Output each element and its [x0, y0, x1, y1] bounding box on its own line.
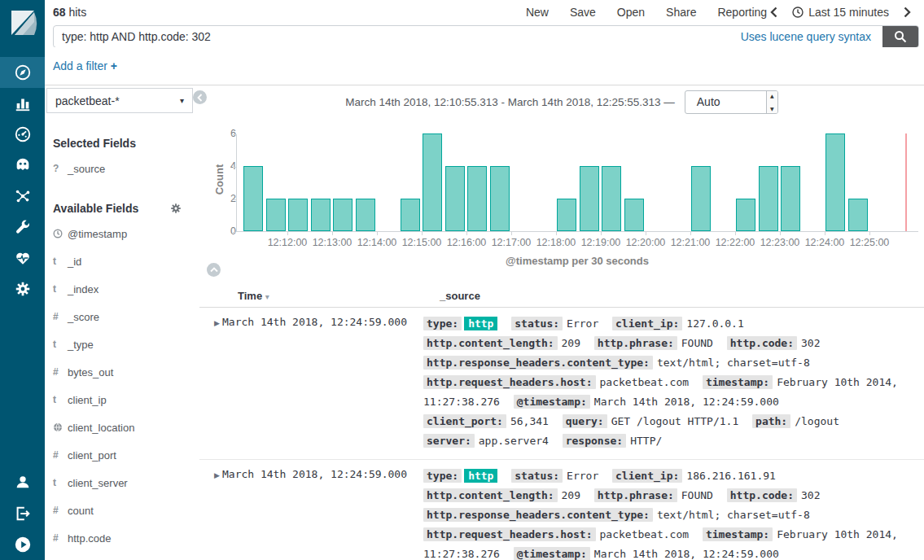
sidebar-item-discover[interactable] [0, 57, 45, 88]
field-value: FOUND [681, 489, 713, 501]
sidebar-item-dev-tools[interactable] [0, 212, 45, 243]
nav-share-button[interactable]: Share [666, 6, 696, 19]
sidebar-item-graph[interactable] [0, 181, 45, 212]
histogram-bar[interactable] [243, 166, 263, 231]
app-nav-rail [0, 0, 45, 560]
histogram-bar[interactable] [580, 166, 599, 231]
field-item-_source[interactable]: ?_source [45, 155, 199, 182]
sidebar-item-visualize[interactable] [0, 88, 45, 119]
field-item-client_port[interactable]: #client_port [45, 441, 199, 469]
histogram-bar[interactable] [602, 166, 621, 231]
field-name: _id [68, 256, 81, 268]
field-sidebar: packetbeat-* ▾ Selected Fields ?_source … [45, 85, 199, 560]
field-key-badge: @timestamp: [514, 395, 590, 409]
sidebar-item-logout[interactable] [0, 498, 45, 529]
kibana-logo[interactable] [0, 0, 45, 47]
x-axis-tick [735, 232, 736, 235]
field-key-badge: type: [423, 469, 462, 483]
histogram-bar[interactable] [557, 199, 576, 231]
interval-select[interactable]: Auto ▲▼ [685, 90, 778, 114]
nav-save-button[interactable]: Save [570, 6, 596, 19]
field-item-http.code[interactable]: #http.code [45, 524, 199, 552]
monitoring-icon [14, 249, 32, 267]
histogram-bar[interactable] [825, 133, 845, 231]
collapse-sidebar-button[interactable] [193, 90, 207, 104]
field-item-_id[interactable]: t_id [45, 247, 199, 275]
nav-reporting-button[interactable]: Reporting [717, 6, 767, 19]
sidebar-item-management[interactable] [0, 273, 45, 304]
chevron-right-icon [904, 7, 911, 18]
expand-row-icon[interactable]: ▶ [214, 468, 220, 479]
field-item-client_ip[interactable]: tclient_ip [45, 386, 199, 413]
lucene-syntax-link[interactable]: Uses lucene query syntax [741, 30, 871, 43]
expand-row-icon[interactable]: ▶ [214, 316, 220, 327]
time-range-label: March 14th 2018, 12:10:55.313 - March 14… [345, 96, 675, 108]
histogram-bar[interactable] [288, 199, 308, 231]
search-input[interactable] [54, 26, 741, 47]
field-item-_index[interactable]: t_index [45, 275, 199, 303]
search-button[interactable] [882, 26, 918, 47]
dev-tools-icon [14, 218, 32, 236]
histogram-bar[interactable] [401, 199, 420, 231]
sidebar-item-monitoring[interactable] [0, 243, 45, 273]
time-range-forward-button[interactable] [900, 7, 914, 18]
field-item-_type[interactable]: t_type [45, 330, 199, 358]
field-value: text/html; charset=utf-8 [657, 509, 810, 521]
field-key-badge: client_ip: [612, 317, 682, 330]
collapse-nav-toggle[interactable] [0, 529, 45, 560]
add-filter-button[interactable]: Add a filter + [53, 59, 117, 72]
histogram-bar[interactable] [266, 199, 286, 231]
field-key-badge: http.phrase: [594, 488, 677, 502]
sidebar-item-machine-learning[interactable] [0, 150, 45, 181]
field-settings-button[interactable] [170, 203, 182, 214]
visualize-icon [14, 94, 32, 112]
collapse-chart-button[interactable] [207, 263, 221, 277]
discover-icon [14, 63, 32, 81]
timepicker-button[interactable]: Last 15 minutes [792, 6, 889, 19]
available-fields-heading: Available Fields [45, 202, 199, 215]
histogram-bar[interactable] [736, 199, 755, 231]
field-item-@timestamp[interactable]: @timestamp [45, 220, 199, 247]
time-range-back-button[interactable] [767, 7, 781, 18]
string-field-type-icon: t [53, 256, 68, 267]
field-key-badge: http.response_headers.content_type: [423, 508, 653, 522]
unknown-field-type-icon: ? [53, 163, 68, 174]
number-field-type-icon: # [53, 505, 68, 516]
field-value: app.server4 [479, 435, 549, 447]
column-header-time[interactable]: Time ▾ [238, 290, 269, 302]
field-item-client_location[interactable]: client_location [45, 413, 199, 441]
filter-bar: Add a filter + [45, 47, 924, 85]
histogram-bar[interactable] [423, 133, 442, 231]
x-axis-caption: @timestamp per 30 seconds [236, 255, 918, 267]
histogram-bar[interactable] [467, 166, 487, 231]
nav-new-button[interactable]: New [526, 6, 549, 19]
field-key-badge: path: [752, 414, 790, 428]
histogram-bar[interactable] [848, 199, 868, 231]
field-item-client_server[interactable]: tclient_server [45, 469, 199, 497]
sidebar-item-account[interactable] [0, 467, 45, 498]
sidebar-item-dashboard[interactable] [0, 119, 45, 150]
field-item-_score[interactable]: #_score [45, 303, 199, 330]
histogram-bar[interactable] [781, 166, 800, 231]
chevron-left-icon [770, 7, 777, 18]
number-field-type-icon: # [53, 532, 68, 544]
histogram-bar[interactable] [311, 199, 331, 231]
field-item-bytes_out[interactable]: #bytes_out [45, 358, 199, 386]
y-axis-tick-label: 6 [212, 128, 236, 139]
histogram-bar[interactable] [445, 166, 465, 231]
histogram-bar[interactable] [691, 166, 711, 231]
histogram-bar[interactable] [356, 199, 375, 231]
timepicker-label: Last 15 minutes [808, 6, 889, 19]
histogram-bar[interactable] [333, 199, 353, 231]
x-axis-tick [825, 232, 825, 235]
dashboard-icon [14, 125, 32, 143]
histogram-bar[interactable] [759, 166, 778, 231]
histogram-bar[interactable] [490, 166, 510, 231]
field-item-count[interactable]: #count [45, 497, 199, 524]
histogram-bar[interactable] [624, 199, 644, 231]
selected-fields-list: ?_source [45, 155, 199, 182]
field-value: FOUND [681, 337, 713, 349]
field-key-badge: @timestamp: [514, 547, 590, 560]
nav-open-button[interactable]: Open [617, 6, 645, 19]
index-pattern-select[interactable]: packetbeat-* ▾ [46, 88, 193, 113]
